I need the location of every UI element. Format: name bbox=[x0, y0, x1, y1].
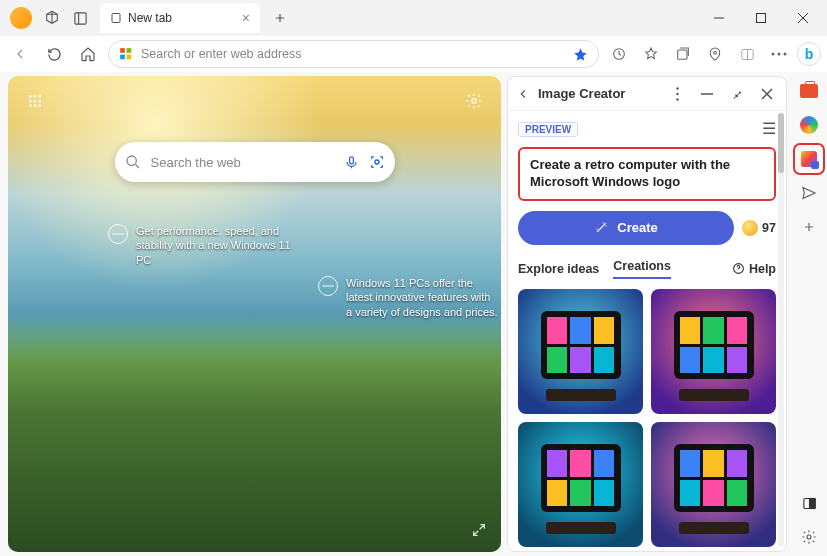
back-button[interactable] bbox=[6, 40, 34, 68]
sidebar-image-creator-icon[interactable] bbox=[796, 146, 822, 172]
svg-point-24 bbox=[127, 156, 136, 165]
promo-card[interactable]: Windows 11 PCs offer the latest innovati… bbox=[318, 276, 498, 319]
svg-point-21 bbox=[34, 104, 37, 107]
svg-point-29 bbox=[676, 98, 678, 100]
promo-card[interactable]: Get performance, speed, and stability wi… bbox=[108, 224, 308, 267]
creation-thumb[interactable] bbox=[518, 289, 643, 414]
workspaces-icon[interactable] bbox=[38, 4, 66, 32]
split-screen-icon[interactable] bbox=[733, 40, 761, 68]
browser-tab[interactable]: New tab × bbox=[100, 3, 260, 33]
ntp-search-placeholder: Search the web bbox=[151, 155, 241, 170]
creations-grid bbox=[518, 289, 776, 547]
panel-more-icon[interactable] bbox=[666, 83, 688, 105]
svg-rect-8 bbox=[678, 50, 687, 59]
creation-thumb[interactable] bbox=[651, 289, 776, 414]
new-tab-button[interactable] bbox=[266, 4, 294, 32]
ntp-search-box[interactable]: Search the web bbox=[115, 142, 395, 182]
svg-rect-32 bbox=[809, 498, 815, 508]
svg-rect-3 bbox=[120, 48, 125, 53]
help-link[interactable]: Help bbox=[732, 262, 776, 276]
help-icon bbox=[732, 262, 745, 275]
svg-rect-1 bbox=[112, 14, 120, 23]
panel-minimize-icon[interactable] bbox=[696, 83, 718, 105]
back-icon[interactable] bbox=[516, 87, 530, 101]
address-bar: Search or enter web address b bbox=[0, 36, 827, 72]
close-window-button[interactable] bbox=[783, 4, 823, 32]
apps-grid-icon[interactable] bbox=[22, 88, 48, 114]
prompt-text: Create a retro computer with the Microso… bbox=[530, 157, 730, 189]
profile-avatar[interactable] bbox=[10, 7, 32, 29]
coin-count: 97 bbox=[762, 221, 776, 235]
browser-essentials-icon[interactable] bbox=[701, 40, 729, 68]
svg-point-27 bbox=[676, 87, 678, 89]
create-button[interactable]: Create bbox=[518, 211, 734, 245]
close-tab-icon[interactable]: × bbox=[242, 10, 250, 26]
coin-balance[interactable]: 97 bbox=[742, 220, 776, 236]
svg-point-19 bbox=[38, 100, 41, 103]
svg-point-22 bbox=[38, 104, 41, 107]
panel-scrollbar[interactable] bbox=[778, 113, 784, 547]
collections-icon[interactable] bbox=[669, 40, 697, 68]
svg-point-12 bbox=[778, 53, 781, 56]
maximize-button[interactable] bbox=[741, 4, 781, 32]
svg-rect-2 bbox=[757, 14, 766, 23]
prompt-input[interactable]: Create a retro computer with the Microso… bbox=[518, 147, 776, 201]
omnibox-placeholder: Search or enter web address bbox=[141, 47, 302, 61]
panel-pin-icon[interactable] bbox=[726, 83, 748, 105]
svg-rect-5 bbox=[120, 55, 125, 60]
svg-rect-25 bbox=[349, 156, 353, 163]
svg-point-17 bbox=[29, 100, 32, 103]
svg-point-18 bbox=[34, 100, 37, 103]
omnibox[interactable]: Search or enter web address bbox=[108, 40, 599, 68]
new-tab-page: Search the web Get performance, speed, a… bbox=[8, 76, 501, 552]
panel-title: Image Creator bbox=[538, 86, 625, 101]
svg-rect-0 bbox=[74, 12, 85, 23]
extensions-icon[interactable] bbox=[605, 40, 633, 68]
creation-thumb[interactable] bbox=[518, 422, 643, 547]
svg-point-9 bbox=[714, 51, 717, 54]
favorites-icon[interactable] bbox=[637, 40, 665, 68]
wand-icon bbox=[594, 220, 609, 235]
sidebar-settings-icon[interactable] bbox=[796, 524, 822, 550]
home-button[interactable] bbox=[74, 40, 102, 68]
panel-header: Image Creator bbox=[508, 77, 786, 111]
preview-badge: PREVIEW bbox=[518, 122, 578, 137]
favorite-star-icon[interactable] bbox=[573, 47, 588, 62]
creation-thumb[interactable] bbox=[651, 422, 776, 547]
tab-creations[interactable]: Creations bbox=[613, 259, 671, 279]
tab-explore-ideas[interactable]: Explore ideas bbox=[518, 262, 599, 276]
bing-chat-icon[interactable]: b bbox=[797, 42, 821, 66]
image-search-icon[interactable] bbox=[369, 154, 385, 170]
svg-rect-4 bbox=[127, 48, 132, 53]
globe-icon bbox=[318, 276, 338, 296]
sidebar-send-icon[interactable] bbox=[796, 180, 822, 206]
voice-search-icon[interactable] bbox=[344, 155, 359, 170]
sidebar-tools-icon[interactable] bbox=[796, 78, 822, 104]
panel-menu-icon[interactable]: ☰ bbox=[762, 119, 776, 138]
globe-icon bbox=[108, 224, 128, 244]
vertical-tabs-icon[interactable] bbox=[66, 4, 94, 32]
search-icon bbox=[125, 154, 141, 170]
refresh-button[interactable] bbox=[40, 40, 68, 68]
promo-text: Get performance, speed, and stability wi… bbox=[136, 224, 308, 267]
svg-point-26 bbox=[375, 160, 379, 164]
sidebar-add-icon[interactable] bbox=[796, 214, 822, 240]
promo-text: Windows 11 PCs offer the latest innovati… bbox=[346, 276, 498, 319]
search-engine-icon bbox=[119, 47, 133, 61]
sidebar-copilot-icon[interactable] bbox=[796, 112, 822, 138]
edge-sidebar bbox=[791, 72, 827, 556]
svg-point-28 bbox=[676, 92, 678, 94]
titlebar: New tab × bbox=[0, 0, 827, 36]
svg-point-16 bbox=[38, 95, 41, 98]
more-menu-icon[interactable] bbox=[765, 40, 793, 68]
sidebar-toggle-icon[interactable] bbox=[796, 490, 822, 516]
svg-point-14 bbox=[29, 95, 32, 98]
svg-point-13 bbox=[784, 53, 787, 56]
page-icon bbox=[110, 12, 122, 24]
minimize-button[interactable] bbox=[699, 4, 739, 32]
page-settings-icon[interactable] bbox=[461, 88, 487, 114]
svg-point-23 bbox=[472, 99, 477, 104]
panel-close-icon[interactable] bbox=[756, 83, 778, 105]
svg-point-33 bbox=[807, 535, 811, 539]
expand-icon[interactable] bbox=[471, 522, 493, 544]
